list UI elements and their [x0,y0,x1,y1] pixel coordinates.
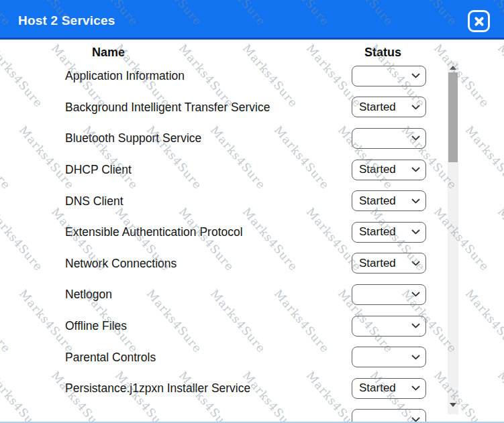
scroll-up-icon[interactable] [450,66,456,70]
status-select-value: Started [359,225,396,239]
service-name: DNS Client [65,194,123,208]
column-header-status: Status [364,46,401,60]
chevron-down-icon [411,323,420,328]
scroll-down-icon[interactable] [450,403,456,407]
status-select[interactable] [352,128,426,149]
table-row: DHCP Client Started [0,154,504,186]
service-name: Bluetooth Support Service [65,131,201,145]
dialog-titlebar: Host 2 Services [0,0,504,40]
chevron-down-icon [411,198,420,204]
service-name: Extensible Authentication Protocol [65,225,243,239]
chevron-down-icon [411,261,420,266]
close-button[interactable] [468,10,490,32]
status-select-value: Started [359,101,396,114]
chevron-down-icon [411,167,420,172]
chevron-down-icon [411,292,420,297]
table-row: Offline Files [0,310,504,342]
service-name: Parental Controls [65,350,156,364]
table-row: Background Intelligent Transfer Service … [0,92,504,123]
service-name: Persistance.j1zpxn Installer Service [65,381,250,396]
service-name: Application Information [65,69,185,83]
table-row [0,404,504,423]
table-row: Persistance.j1zpxn Installer Service Sta… [0,373,504,404]
status-select[interactable] [352,284,426,305]
status-select[interactable]: Started [352,97,426,117]
table-row: Extensible Authentication Protocol Start… [0,217,504,248]
status-select-value: Started [359,163,396,176]
status-select-value: Started [359,257,396,270]
chevron-down-icon [411,73,420,78]
status-select[interactable]: Started [352,190,426,211]
chevron-down-icon [411,105,420,110]
service-name: Netlogon [65,288,112,302]
service-name: Offline Files [65,319,127,333]
table-row: Application Information [0,60,504,92]
status-select[interactable]: Started [352,160,426,180]
status-select[interactable] [352,316,426,337]
services-table: Application Information Background Intel… [0,60,504,423]
table-row: Bluetooth Support Service [0,123,504,154]
chevron-down-icon [411,135,420,141]
service-name: Network Connections [65,256,177,270]
status-select[interactable] [352,347,426,367]
services-dialog: Host 2 Services Name Status Application … [0,0,504,423]
table-row: DNS Client Started [0,185,504,217]
chevron-down-icon [411,355,420,360]
chevron-down-icon [411,385,420,391]
dialog-title: Host 2 Services [18,13,115,28]
status-select[interactable]: Started [352,222,426,243]
table-row: Parental Controls [0,341,504,373]
service-name: Background Intelligent Transfer Service [65,100,270,114]
status-select[interactable]: Started [352,253,426,274]
status-select[interactable]: Started [352,378,426,399]
status-select[interactable] [352,66,426,86]
status-select-value: Started [359,381,396,395]
table-row: Netlogon [0,279,504,310]
chevron-down-icon [411,417,420,422]
scrollbar-thumb[interactable] [448,72,458,162]
column-header-name: Name [92,46,125,60]
vertical-scrollbar[interactable] [448,61,458,414]
table-row: Network Connections Started [0,248,504,280]
service-name: DHCP Client [65,163,132,177]
status-select[interactable] [352,409,426,423]
chevron-down-icon [411,229,420,235]
status-select-value: Started [359,194,396,208]
